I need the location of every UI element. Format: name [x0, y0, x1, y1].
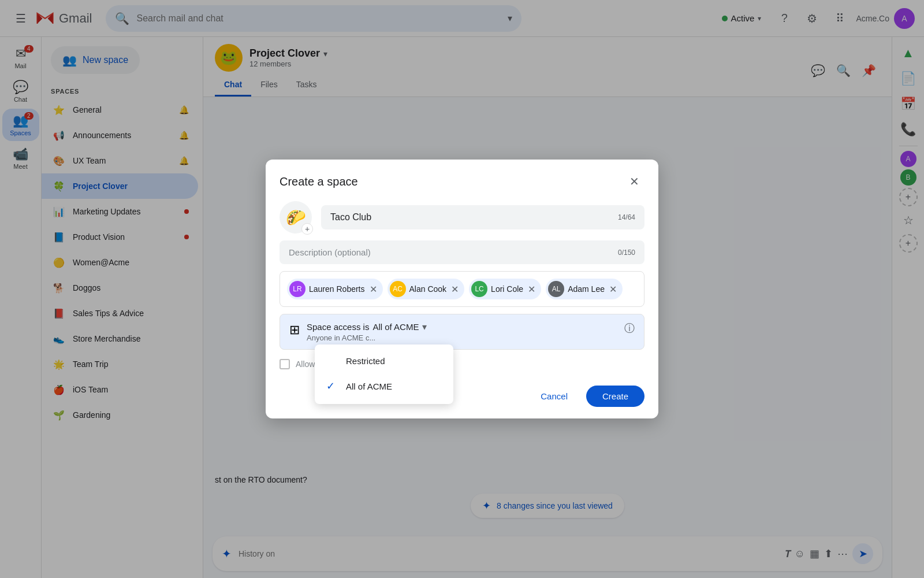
access-row: Space access is All of ACME ▾	[307, 321, 617, 332]
member-avatar-lori: LC	[471, 281, 487, 297]
member-name-alan: Alan Cook	[409, 284, 447, 294]
access-section: ⊞ Space access is All of ACME ▾ Anyone i…	[280, 314, 644, 350]
member-chip-adam: AL Adam Lee ✕	[546, 279, 623, 299]
access-sub-text: Anyone in ACME c...	[307, 334, 617, 342]
access-content: Space access is All of ACME ▾ Anyone in …	[307, 321, 617, 342]
name-input-wrap: 14/64	[321, 205, 644, 229]
access-dropdown-menu: Restricted ✓ All of ACME	[315, 344, 453, 404]
remove-member-lori[interactable]: ✕	[528, 284, 535, 295]
space-image-upload[interactable]: 🌮 +	[280, 201, 312, 234]
all-acme-check-icon: ✓	[326, 380, 340, 392]
all-acme-label: All of ACME	[346, 381, 392, 391]
member-name-lori: Lori Cole	[491, 284, 523, 294]
create-space-modal: Create a space ✕ 🌮 + 14/64 0/150	[266, 160, 658, 418]
access-label: Space access is	[307, 322, 369, 332]
member-name-lauren: Lauren Roberts	[309, 284, 365, 294]
space-name-input[interactable]	[330, 212, 618, 223]
restricted-label: Restricted	[346, 356, 385, 366]
allow-checkbox[interactable]	[280, 359, 290, 369]
access-value: All of ACME	[372, 322, 419, 332]
modal-title: Create a space	[280, 175, 358, 188]
access-dropdown-icon[interactable]: ▾	[422, 321, 427, 332]
name-char-count: 14/64	[618, 213, 635, 221]
access-info-icon[interactable]: ⓘ	[624, 321, 635, 335]
dropdown-option-all-acme[interactable]: ✓ All of ACME	[315, 373, 453, 399]
description-wrap: 0/150	[280, 240, 644, 264]
modal-overlay[interactable]: Create a space ✕ 🌮 + 14/64 0/150	[0, 0, 924, 578]
create-button[interactable]: Create	[586, 386, 644, 407]
name-row: 🌮 + 14/64	[280, 201, 644, 234]
member-name-adam: Adam Lee	[568, 284, 605, 294]
members-box[interactable]: LR Lauren Roberts ✕ AC Alan Cook ✕ LC Lo…	[280, 271, 644, 307]
modal-close-button[interactable]: ✕	[624, 171, 644, 192]
description-input[interactable]	[289, 247, 618, 257]
member-avatar-adam: AL	[548, 281, 564, 297]
member-chip-lauren: LR Lauren Roberts ✕	[287, 279, 383, 299]
modal-body: 🌮 + 14/64 0/150 LR Lauren Roberts ✕	[266, 201, 658, 372]
remove-member-lauren[interactable]: ✕	[370, 284, 377, 295]
access-grid-icon: ⊞	[289, 323, 300, 338]
add-emoji-badge: +	[301, 223, 313, 235]
remove-member-adam[interactable]: ✕	[609, 284, 617, 295]
desc-char-count: 0/150	[618, 249, 635, 257]
dropdown-option-restricted[interactable]: Restricted	[315, 349, 453, 373]
member-avatar-lauren: LR	[289, 281, 305, 297]
remove-member-alan[interactable]: ✕	[451, 284, 459, 295]
cancel-button[interactable]: Cancel	[529, 386, 579, 407]
modal-header: Create a space ✕	[266, 160, 658, 201]
member-chip-lori: LC Lori Cole ✕	[469, 279, 541, 299]
space-emoji: 🌮	[286, 208, 306, 227]
member-avatar-alan: AC	[390, 281, 406, 297]
member-chip-alan: AC Alan Cook ✕	[388, 279, 465, 299]
